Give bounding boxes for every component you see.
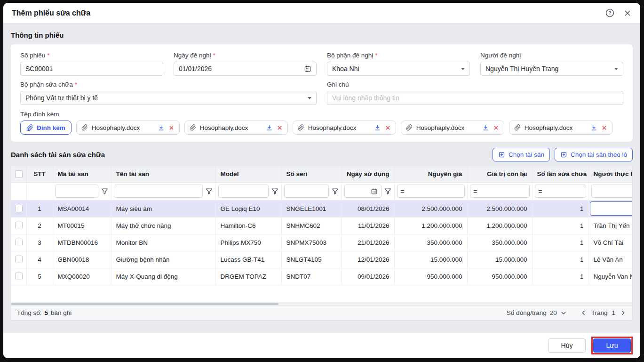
filter-input[interactable] <box>114 185 203 198</box>
save-button[interactable]: Lưu <box>593 338 631 353</box>
next-page-button[interactable] <box>620 309 627 316</box>
equals-operator[interactable]: = <box>539 188 542 195</box>
equals-operator[interactable]: = <box>401 188 405 195</box>
bo-phan-sua-chua-select[interactable]: Phòng Vật tư thiết bị y tế <box>20 91 317 105</box>
table-row[interactable]: 3MTDBN00016Monitor BNPhilips MX750SNPMX7… <box>11 234 632 251</box>
cell-so_lan: 1 <box>532 200 588 217</box>
cell-ma: MT00015 <box>53 217 111 234</box>
cancel-button[interactable]: Hủy <box>548 338 586 353</box>
table-row[interactable]: 5MXQ00020Máy X-Quang di độngDRGEM TOPAZS… <box>11 268 632 285</box>
attachments-row: Đính kèm Hosophaply.docxHosophaply.docxH… <box>20 121 623 135</box>
calendar-icon[interactable] <box>371 188 378 195</box>
help-icon[interactable]: ? <box>605 8 615 18</box>
bo-phan-de-nghi-select[interactable]: Khoa Nhi <box>327 62 470 76</box>
remove-attachment-icon[interactable] <box>168 125 175 131</box>
download-icon[interactable] <box>482 124 489 131</box>
info-card: Số phiếu* SC00001 Ngày đề nghị* 01/01/20… <box>11 44 633 142</box>
ghi-chu-placeholder: Vui lòng nhập thông tin <box>332 94 618 102</box>
filter-input[interactable] <box>218 185 269 198</box>
chevron-left-icon <box>580 309 587 316</box>
row-checkbox[interactable] <box>15 256 23 263</box>
field-ghi-chu: Ghi chú Vui lòng nhập thông tin <box>327 81 623 105</box>
number-filter-input[interactable]: = <box>397 185 465 198</box>
download-icon[interactable] <box>590 124 597 131</box>
cell-model: DRGEM TOPAZ <box>215 268 281 285</box>
attachment-filename: Hosophaply.docx <box>308 124 370 131</box>
cell-ma: GBN00018 <box>53 251 111 268</box>
assets-section-header: Danh sách tài sản sửa chữa Chọn tài sản … <box>11 148 633 161</box>
remove-attachment-icon[interactable] <box>601 125 607 131</box>
select-asset-batch-button[interactable]: Chọn tài sản theo lô <box>555 148 633 161</box>
row-checkbox[interactable] <box>15 205 23 212</box>
so-phieu-input[interactable]: SC00001 <box>20 62 163 76</box>
page-size-select[interactable]: Số dòng/trang 20 <box>507 309 567 316</box>
column-header: Ngày sử dụng <box>342 166 394 182</box>
remove-attachment-icon[interactable] <box>493 125 499 131</box>
ngay-de-nghi-input[interactable]: 01/01/2026 <box>174 62 317 76</box>
cell-ten: Giường bệnh nhân <box>111 251 215 268</box>
table-row[interactable]: 1MSA00014Máy siêu âmGE Logiq E10SNGELE10… <box>11 200 632 217</box>
cell-nguyen_gia: 350.000.000 <box>394 234 467 251</box>
chevron-right-icon <box>620 309 627 316</box>
cell-nguyen_gia: 950.000.000 <box>394 268 467 285</box>
row-checkbox[interactable] <box>15 273 23 280</box>
page-size-value: 20 <box>550 309 557 316</box>
ghi-chu-input[interactable]: Vui lòng nhập thông tin <box>327 91 623 105</box>
nguoi-thuc-hien-edit-input[interactable] <box>590 201 633 216</box>
download-icon[interactable] <box>374 124 381 131</box>
cell-seri: SNGELE1001 <box>281 200 342 217</box>
filter-icon[interactable] <box>271 187 279 195</box>
filter-input[interactable] <box>591 185 633 198</box>
close-icon[interactable] <box>623 9 632 17</box>
filter-icon[interactable] <box>384 187 392 195</box>
cell-ma: MSA00014 <box>53 200 111 217</box>
field-ngay-de-nghi: Ngày đề nghị* 01/01/2026 <box>174 52 317 76</box>
attach-file-button[interactable]: Đính kèm <box>20 121 72 135</box>
column-header: Mã tài sản <box>53 166 111 182</box>
download-icon[interactable] <box>158 124 165 131</box>
filter-input[interactable] <box>56 185 98 198</box>
download-icon[interactable] <box>266 124 273 131</box>
filter-icon[interactable] <box>101 187 109 195</box>
attachment-filename: Hosophaply.docx <box>92 124 154 131</box>
add-repair-ticket-modal: Thêm phiếu sửa chữa ? Thông tin phiếu Số… <box>3 3 640 358</box>
cell-gia_tri: 950.000.000 <box>467 268 532 285</box>
filter-input[interactable] <box>284 185 329 198</box>
cell-nguoi: Võ Chí Tài <box>588 234 632 251</box>
required-asterisk: * <box>75 81 77 88</box>
row-checkbox[interactable] <box>15 222 23 229</box>
cell-nguoi: Lê Văn An <box>588 251 632 268</box>
row-checkbox[interactable] <box>15 239 23 246</box>
attachment-filename: Hosophaply.docx <box>525 124 587 131</box>
field-bo-phan-sua-chua: Bộ phận sửa chữa* Phòng Vật tư thiết bị … <box>20 81 317 105</box>
chevron-down-icon <box>308 97 311 99</box>
cell-seri: SNDT07 <box>281 268 342 285</box>
scrollbar-thumb[interactable] <box>11 303 278 305</box>
equals-operator[interactable]: = <box>474 188 477 195</box>
attachment-chip: Hosophaply.docx <box>401 121 504 135</box>
prev-page-button[interactable] <box>580 309 587 316</box>
page-number: 1 <box>612 309 615 316</box>
modal-body: Thông tin phiếu Số phiếu* SC00001 Ngày đ… <box>3 24 640 332</box>
remove-attachment-icon[interactable] <box>277 125 283 131</box>
filter-icon[interactable] <box>331 187 339 195</box>
nguoi-de-nghi-select[interactable]: Nguyễn Thị Huyền Trang <box>480 62 623 76</box>
table-row[interactable]: 2MT00015Máy thở chức năngHamilton-C6SNHM… <box>11 217 632 234</box>
number-filter-input[interactable]: = <box>535 185 586 198</box>
remove-attachment-icon[interactable] <box>385 125 391 131</box>
select-all-checkbox[interactable] <box>15 170 23 178</box>
date-filter-input[interactable] <box>344 185 382 198</box>
modal-footer: Hủy Lưu <box>3 332 640 358</box>
column-header: Người thực hiện <box>588 166 632 182</box>
table-footer: Tổng số: 5 bản ghi Số dòng/trang 20 Tran… <box>11 305 632 320</box>
horizontal-scrollbar[interactable] <box>11 302 632 305</box>
assets-section-heading: Danh sách tài sản sửa chữa <box>11 151 493 159</box>
select-asset-button[interactable]: Chọn tài sản <box>493 148 550 161</box>
number-filter-input[interactable]: = <box>470 185 530 198</box>
filter-icon[interactable] <box>205 187 213 195</box>
attachments-label: Tệp đính kèm <box>20 111 623 118</box>
nguoi-de-nghi-label: Người đề nghị <box>480 52 521 59</box>
table-row[interactable]: 4GBN00018Giường bệnh nhânLucass GB-T41SN… <box>11 251 632 268</box>
cell-nguoi: Nguyễn Van Nam <box>588 268 632 285</box>
calendar-icon[interactable] <box>304 65 311 72</box>
